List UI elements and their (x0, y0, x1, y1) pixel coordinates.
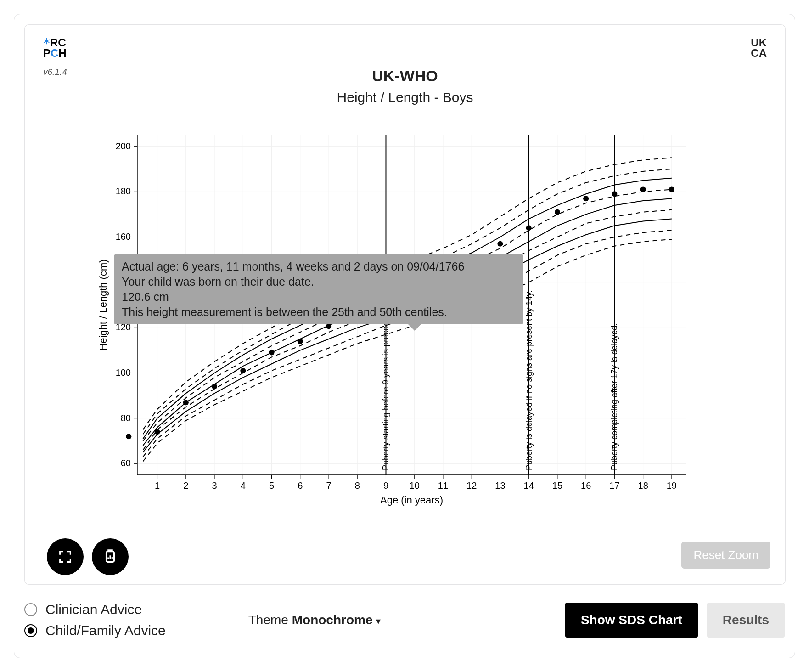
svg-text:11: 11 (438, 480, 448, 491)
svg-point-98 (326, 323, 331, 329)
reset-zoom-button[interactable]: Reset Zoom (681, 542, 770, 569)
growth-chart[interactable]: 1234567891011121314151617181960801001201… (98, 126, 695, 507)
svg-text:6: 6 (298, 480, 303, 491)
svg-text:13: 13 (495, 480, 505, 491)
svg-text:200: 200 (116, 141, 131, 151)
svg-text:17: 17 (609, 480, 619, 491)
svg-point-99 (497, 241, 503, 247)
svg-point-92 (155, 429, 160, 435)
svg-point-95 (240, 368, 246, 373)
svg-text:Puberty is delayed if no signs: Puberty is delayed if no signs are prese… (524, 290, 534, 470)
chart-subtitle: Height / Length - Boys (25, 90, 785, 105)
svg-point-91 (126, 434, 131, 439)
advice-radio-group: Clinician Advice Child/Family Advice (24, 602, 166, 638)
svg-point-93 (183, 400, 189, 405)
ukca-mark: UK CA (751, 38, 767, 59)
svg-text:10: 10 (410, 480, 420, 491)
svg-text:Puberty starting before 9 year: Puberty starting before 9 years is preco… (381, 305, 390, 470)
svg-text:12: 12 (466, 480, 477, 491)
svg-text:7: 7 (326, 480, 331, 491)
svg-text:3: 3 (212, 480, 217, 491)
svg-point-105 (669, 186, 674, 192)
svg-text:9: 9 (383, 480, 388, 491)
svg-text:16: 16 (581, 480, 591, 491)
svg-text:4: 4 (241, 480, 246, 491)
svg-point-100 (526, 225, 532, 231)
radio-label: Child/Family Advice (45, 623, 166, 638)
svg-text:Age (in years): Age (in years) (380, 494, 443, 506)
chevron-down-icon: ▾ (376, 616, 381, 626)
svg-point-94 (212, 384, 217, 390)
tooltip-line: 120.6 cm (122, 289, 516, 305)
svg-point-104 (640, 186, 646, 192)
fullscreen-button[interactable] (47, 538, 84, 575)
svg-text:Height / Length (cm): Height / Length (cm) (98, 259, 109, 350)
svg-text:60: 60 (121, 458, 131, 468)
svg-point-97 (298, 339, 303, 344)
svg-text:5: 5 (269, 480, 274, 491)
radio-clinician-advice[interactable]: Clinician Advice (24, 602, 166, 617)
app-card: ✶RC PCH v6.1.4 UK CA UK-WHO Height / Len… (14, 14, 795, 658)
svg-text:1: 1 (155, 480, 160, 491)
fullscreen-icon (57, 549, 73, 565)
show-sds-chart-button[interactable]: Show SDS Chart (565, 603, 698, 638)
svg-point-103 (612, 191, 617, 197)
chart-card: ✶RC PCH v6.1.4 UK CA UK-WHO Height / Len… (24, 24, 786, 585)
svg-text:2: 2 (183, 480, 188, 491)
svg-text:180: 180 (116, 186, 131, 196)
tooltip-line: This height measurement is between the 2… (122, 305, 516, 320)
svg-text:100: 100 (116, 367, 131, 378)
radio-label: Clinician Advice (45, 602, 142, 617)
svg-text:19: 19 (667, 480, 677, 491)
radio-family-advice[interactable]: Child/Family Advice (24, 623, 166, 638)
svg-point-96 (269, 350, 275, 356)
tooltip-line: Actual age: 6 years, 11 months, 4 weeks … (122, 259, 516, 274)
rcpch-logo: ✶RC PCH (43, 38, 67, 59)
clipboard-chart-icon (102, 549, 118, 565)
svg-text:15: 15 (552, 480, 562, 491)
svg-text:80: 80 (121, 413, 131, 423)
svg-point-102 (583, 196, 589, 201)
ukca-bottom: CA (751, 48, 767, 59)
svg-text:14: 14 (524, 480, 534, 491)
copy-chart-button[interactable] (92, 538, 129, 575)
chart-title: UK-WHO (25, 67, 785, 85)
svg-text:Puberty completing after 17y i: Puberty completing after 17y is delayed. (610, 323, 619, 470)
theme-label: Theme (248, 613, 292, 627)
tooltip-line: Your child was born on their due date. (122, 274, 516, 289)
svg-point-101 (555, 209, 560, 215)
svg-text:18: 18 (638, 480, 648, 491)
svg-text:8: 8 (355, 480, 360, 491)
svg-text:160: 160 (116, 232, 131, 242)
theme-selector[interactable]: Theme Monochrome ▾ (248, 613, 381, 627)
controls-bar: Clinician Advice Child/Family Advice The… (24, 593, 785, 648)
radio-icon (24, 603, 37, 616)
chart-tooltip: Actual age: 6 years, 11 months, 4 weeks … (114, 254, 523, 324)
results-button[interactable]: Results (707, 603, 785, 638)
radio-icon (24, 624, 37, 637)
theme-value: Monochrome (292, 613, 373, 627)
